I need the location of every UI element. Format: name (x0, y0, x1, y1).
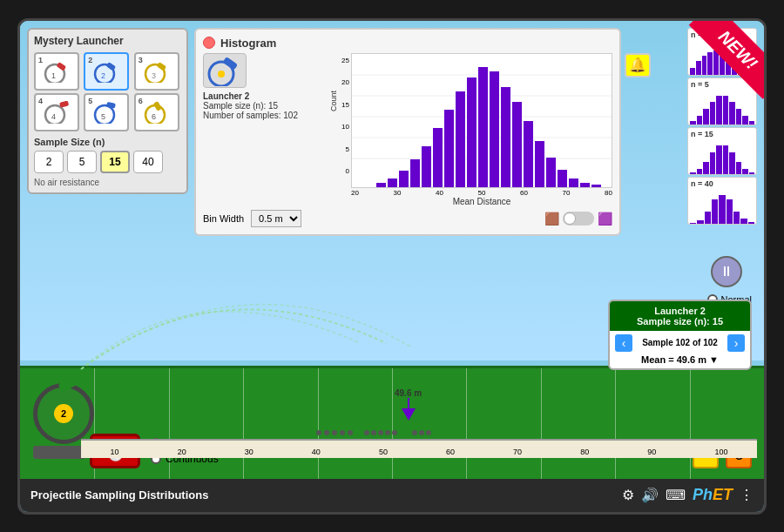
small-hist-n40-bars (688, 193, 756, 224)
projectile-dots (316, 430, 353, 435)
small-hist-n15-bars (688, 144, 756, 174)
mystery-launcher-panel: Mystery Launcher 1 1 2 2 3 3 4 4 5 5 (27, 28, 188, 194)
no-air-resistance: No air resistance (34, 178, 181, 187)
bin-width-select[interactable]: 0.5 m (251, 210, 301, 227)
histogram-header: Histogram (203, 37, 612, 50)
svg-rect-37 (478, 67, 488, 187)
menu-icon[interactable]: ⋮ (740, 487, 754, 503)
taskbar-title: Projectile Sampling Distributions (30, 488, 208, 502)
hist-num-samples: Number of samples: 102 (203, 111, 325, 120)
svg-rect-43 (546, 158, 556, 187)
svg-rect-46 (580, 183, 590, 187)
mystery-launcher-title: Mystery Launcher (34, 35, 181, 47)
svg-rect-39 (501, 87, 510, 187)
x-axis-ticks: 20304050607080 (351, 188, 612, 197)
launcher-1-btn[interactable]: 1 1 (34, 52, 79, 91)
svg-rect-4 (106, 62, 117, 71)
svg-text:2: 2 (101, 71, 105, 80)
sample-size-label: Sample Size (n) (34, 137, 181, 147)
ruler-mark-80: 80 (580, 448, 589, 456)
svg-point-20 (218, 71, 225, 77)
svg-rect-41 (524, 121, 533, 187)
ruler-mark-30: 30 (245, 448, 253, 456)
launcher-5-btn[interactable]: 5 5 (84, 93, 129, 131)
x-axis-label: Mean Distance (351, 197, 612, 206)
ruler-mark-20: 20 (178, 448, 186, 456)
histogram-footer: Bin Width 0.5 m 🟫 🟪 (203, 210, 612, 227)
main-screen: 10 20 30 40 50 60 70 80 90 100 (17, 18, 767, 515)
small-hist-n40-label: n = 40 (691, 179, 713, 188)
ruler-mark-90: 90 (647, 448, 656, 456)
ruler-mark-70: 70 (513, 448, 522, 456)
projectile-dots-3 (412, 430, 431, 435)
small-hist-n15-label: n = 15 (691, 130, 713, 138)
svg-text:3: 3 (152, 71, 156, 80)
histogram-panel: Histogram Launcher 2 Sample size (n): 15… (194, 28, 621, 236)
svg-rect-29 (388, 178, 397, 187)
projectile-marker: 49.6 m (395, 388, 422, 421)
svg-rect-40 (512, 102, 522, 187)
svg-rect-28 (376, 183, 386, 187)
launcher-info-body: ‹ Sample 102 of 102 › Mean = 49.6 m ▼ (610, 331, 750, 368)
svg-rect-35 (456, 91, 465, 187)
new-badge: NEW! (677, 21, 764, 108)
svg-rect-32 (422, 146, 431, 187)
launcher-info-card: Launcher 2 Sample size (n): 15 ‹ Sample … (608, 300, 752, 370)
launcher-2-btn[interactable]: 2 2 (84, 52, 129, 91)
volume-icon[interactable]: 🔊 (641, 487, 659, 503)
keyboard-icon[interactable]: ⌨ (666, 487, 686, 503)
hist-sample-size: Sample size (n): 15 (203, 101, 325, 111)
launcher-info-name: Launcher 2 (617, 306, 743, 316)
svg-text:5: 5 (101, 112, 105, 121)
launcher-6-btn[interactable]: 6 6 (134, 93, 179, 131)
minimize-button[interactable] (203, 37, 215, 49)
sample-navigation: ‹ Sample 102 of 102 › (615, 334, 745, 352)
ss-btn-15[interactable]: 15 (100, 151, 130, 173)
launcher-info-sample-size: Sample size (n): 15 (617, 316, 743, 327)
count-label: Count (329, 90, 338, 111)
settings-icon[interactable]: ⚙ (622, 487, 634, 503)
launcher-3-btn[interactable]: 3 3 (134, 52, 179, 91)
ruler-mark-10: 10 (111, 448, 119, 456)
svg-rect-42 (535, 141, 544, 187)
prev-sample-btn[interactable]: ‹ (615, 334, 632, 352)
launcher-4-btn[interactable]: 4 4 (34, 93, 79, 131)
phet-logo: PhET (693, 486, 733, 504)
chart-grid (352, 54, 612, 188)
svg-rect-19 (222, 57, 238, 71)
loud-button[interactable]: 🔔 (625, 53, 651, 77)
mean-display: Mean = 49.6 m ▼ (615, 354, 745, 365)
histogram-info: Launcher 2 Sample size (n): 15 Number of… (203, 53, 325, 206)
ss-btn-2[interactable]: 2 (34, 151, 64, 173)
ss-btn-5[interactable]: 5 (67, 151, 97, 173)
svg-text:6: 6 (152, 112, 156, 121)
svg-rect-10 (59, 101, 69, 108)
toggle-switch[interactable] (563, 212, 594, 226)
distance-ruler: 10 20 30 40 50 60 70 80 90 100 (81, 439, 757, 458)
svg-text:1: 1 (51, 71, 56, 80)
chart-area (351, 53, 612, 188)
y-axis-labels: 25 20 15 10 5 0 (332, 53, 351, 188)
svg-rect-36 (467, 77, 476, 187)
projectile-dots-2 (364, 430, 397, 435)
ss-btn-40[interactable]: 40 (133, 151, 163, 173)
taskbar: Projectile Sampling Distributions ⚙ 🔊 ⌨ … (20, 479, 764, 512)
histogram-title: Histogram (220, 37, 276, 50)
next-sample-btn[interactable]: › (727, 334, 745, 352)
svg-rect-33 (433, 128, 443, 187)
ruler-mark-100: 100 (714, 448, 727, 456)
sample-size-section: Sample Size (n) 2 5 15 40 (34, 137, 181, 173)
sample-size-buttons: 2 5 15 40 (34, 151, 181, 173)
svg-rect-7 (156, 62, 166, 71)
svg-rect-38 (490, 71, 499, 187)
svg-rect-47 (591, 185, 601, 187)
svg-text:4: 4 (51, 112, 56, 121)
pause-button[interactable]: ⏸ (711, 256, 742, 287)
toggle-left-icon: 🟫 (544, 212, 559, 226)
svg-rect-44 (558, 170, 567, 187)
taskbar-icons: ⚙ 🔊 ⌨ PhET ⋮ (622, 486, 754, 504)
small-hist-n40: n = 40 (687, 177, 757, 225)
ruler-mark-50: 50 (379, 448, 388, 456)
histogram-body: Launcher 2 Sample size (n): 15 Number of… (203, 53, 612, 206)
svg-rect-31 (410, 159, 420, 187)
